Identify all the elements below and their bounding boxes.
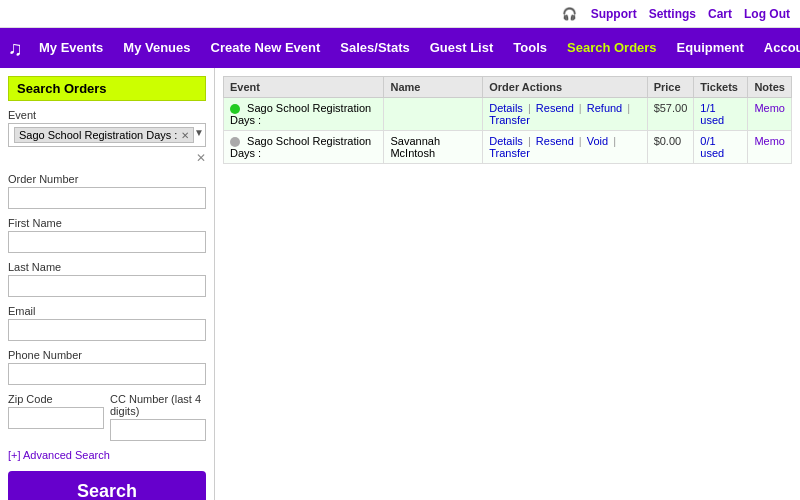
nav-equipment[interactable]: Equipment	[667, 28, 754, 68]
nav-accounting[interactable]: Accounting	[754, 28, 800, 68]
row1-memo-link[interactable]: Memo	[754, 102, 785, 114]
row1-transfer-link[interactable]: Transfer	[489, 114, 530, 126]
event-select-wrapper: Sago School Registration Days : ✕ ▼	[8, 123, 206, 147]
first-name-input[interactable]	[8, 231, 206, 253]
row2-transfer-link[interactable]: Transfer	[489, 147, 530, 159]
cc-label: CC Number (last 4 digits)	[110, 393, 206, 417]
nav-my-venues[interactable]: My Venues	[113, 28, 200, 68]
last-name-label: Last Name	[8, 261, 206, 273]
order-number-group: Order Number	[8, 173, 206, 209]
col-header-notes: Notes	[748, 77, 792, 98]
row2-event: Sago School Registration Days :	[224, 131, 384, 164]
col-header-name: Name	[384, 77, 483, 98]
nav-sales-stats[interactable]: Sales/Stats	[330, 28, 419, 68]
row2-actions: Details | Resend | Void | Transfer	[483, 131, 647, 164]
search-orders-title: Search Orders	[8, 76, 206, 101]
col-header-tickets: Tickets	[694, 77, 748, 98]
sidebar: Search Orders Event Sago School Registra…	[0, 68, 215, 500]
status-dot-green	[230, 104, 240, 114]
first-name-label: First Name	[8, 217, 206, 229]
search-button[interactable]: Search	[8, 471, 206, 500]
results-tbody: Sago School Registration Days : Details …	[224, 98, 792, 164]
logo-area: ♫	[8, 37, 29, 60]
row2-memo-link[interactable]: Memo	[754, 135, 785, 147]
table-header-row: Event Name Order Actions Price Tickets N…	[224, 77, 792, 98]
order-number-input[interactable]	[8, 187, 206, 209]
phone-label: Phone Number	[8, 349, 206, 361]
settings-link[interactable]: Settings	[649, 7, 696, 21]
row2-void-link[interactable]: Void	[587, 135, 608, 147]
row1-event: Sago School Registration Days :	[224, 98, 384, 131]
results-table: Event Name Order Actions Price Tickets N…	[223, 76, 792, 164]
zip-label: Zip Code	[8, 393, 104, 405]
advanced-search-link[interactable]: [+] Advanced Search	[8, 449, 206, 461]
row2-resend-link[interactable]: Resend	[536, 135, 574, 147]
row2-tickets: 0/1 used	[694, 131, 748, 164]
remove-tag-icon[interactable]: ✕	[181, 130, 189, 141]
last-name-input[interactable]	[8, 275, 206, 297]
nav-guest-list[interactable]: Guest List	[420, 28, 504, 68]
content-area: Event Name Order Actions Price Tickets N…	[215, 68, 800, 500]
row1-details-link[interactable]: Details	[489, 102, 523, 114]
row1-tickets-link[interactable]: 1/1 used	[700, 102, 724, 126]
email-input[interactable]	[8, 319, 206, 341]
nav-tools[interactable]: Tools	[503, 28, 557, 68]
col-header-price: Price	[647, 77, 694, 98]
support-link[interactable]: Support	[591, 7, 637, 21]
cart-link[interactable]: Cart	[708, 7, 732, 21]
event-tag-text: Sago School Registration Days :	[19, 129, 177, 141]
col-header-event: Event	[224, 77, 384, 98]
order-number-label: Order Number	[8, 173, 206, 185]
table-row: Sago School Registration Days : Details …	[224, 98, 792, 131]
event-select-tag[interactable]: Sago School Registration Days : ✕ ▼	[8, 123, 206, 147]
sep5: |	[579, 135, 582, 147]
headset-icon: 🎧	[562, 7, 577, 21]
row1-event-text: Sago School Registration Days :	[230, 102, 371, 126]
row2-name: Savannah McIntosh	[384, 131, 483, 164]
first-name-group: First Name	[8, 217, 206, 253]
phone-input[interactable]	[8, 363, 206, 385]
email-label: Email	[8, 305, 206, 317]
row1-tickets: 1/1 used	[694, 98, 748, 131]
last-name-group: Last Name	[8, 261, 206, 297]
row2-details-link[interactable]: Details	[489, 135, 523, 147]
sep1: |	[528, 102, 531, 114]
top-bar: 🎧 Support Settings Cart Log Out	[0, 0, 800, 28]
row1-price: $57.00	[647, 98, 694, 131]
sep6: |	[613, 135, 616, 147]
logout-link[interactable]: Log Out	[744, 7, 790, 21]
row2-tickets-link[interactable]: 0/1 used	[700, 135, 724, 159]
clear-event-icon[interactable]: ✕	[196, 151, 206, 165]
row1-refund-link[interactable]: Refund	[587, 102, 622, 114]
row2-price: $0.00	[647, 131, 694, 164]
col-header-order-actions: Order Actions	[483, 77, 647, 98]
row2-notes: Memo	[748, 131, 792, 164]
phone-group: Phone Number	[8, 349, 206, 385]
cc-input[interactable]	[110, 419, 206, 441]
row1-name	[384, 98, 483, 131]
row1-actions: Details | Resend | Refund | Transfer	[483, 98, 647, 131]
email-group: Email	[8, 305, 206, 341]
event-field-group: Event Sago School Registration Days : ✕ …	[8, 109, 206, 165]
table-row: Sago School Registration Days : Savannah…	[224, 131, 792, 164]
status-dot-gray	[230, 137, 240, 147]
nav-search-orders[interactable]: Search Orders	[557, 28, 667, 68]
event-tag: Sago School Registration Days : ✕	[14, 127, 194, 143]
zip-input[interactable]	[8, 407, 104, 429]
sep4: |	[528, 135, 531, 147]
row1-resend-link[interactable]: Resend	[536, 102, 574, 114]
event-select-arrow-icon[interactable]: ▼	[194, 127, 204, 138]
nav-my-events[interactable]: My Events	[29, 28, 113, 68]
event-label: Event	[8, 109, 206, 121]
nav-bar: ♫ My Events My Venues Create New Event S…	[0, 28, 800, 68]
row2-event-text: Sago School Registration Days :	[230, 135, 371, 159]
cc-group: CC Number (last 4 digits)	[110, 393, 206, 441]
main-layout: Search Orders Event Sago School Registra…	[0, 68, 800, 500]
row1-notes: Memo	[748, 98, 792, 131]
zip-group: Zip Code	[8, 393, 104, 441]
sep2: |	[579, 102, 582, 114]
sep3: |	[627, 102, 630, 114]
nav-create-new-event[interactable]: Create New Event	[201, 28, 331, 68]
zip-cc-row: Zip Code CC Number (last 4 digits)	[8, 393, 206, 449]
